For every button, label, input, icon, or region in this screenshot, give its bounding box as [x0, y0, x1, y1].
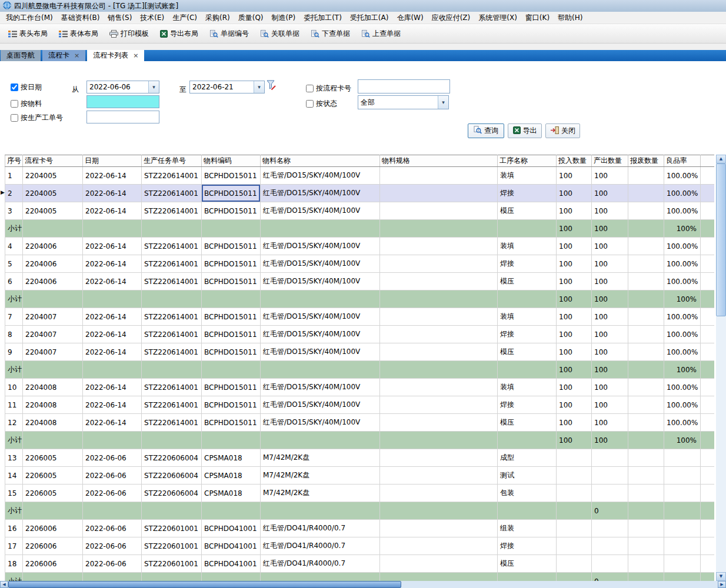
cell [628, 167, 664, 185]
doc-number-button[interactable]: 单据编号 [204, 25, 254, 42]
filter-by-cardno[interactable]: 按流程卡号 [306, 83, 351, 93]
menu-item[interactable]: 受托加工(A) [346, 12, 393, 24]
cell: 焊接 [498, 255, 557, 273]
header-layout-button[interactable]: 表头布局 [3, 25, 53, 42]
cardno-input[interactable] [358, 79, 450, 93]
cell [557, 449, 592, 467]
table-row[interactable]: 1522060052022-06-06STZ220606004CPSMA018M… [5, 485, 715, 502]
subtotal-row[interactable]: 小计100100100% [5, 220, 715, 238]
body-layout-button[interactable]: 表体布局 [54, 25, 104, 42]
table-row[interactable]: 922040072022-06-14STZ220614001BCPHDO1501… [5, 343, 715, 361]
drill-down-doc-button[interactable]: 下查单据 [305, 25, 355, 42]
material-input[interactable] [86, 95, 159, 108]
table-row[interactable]: 422040062022-06-14STZ220614001BCPHDO1501… [5, 238, 715, 255]
cell-filler [701, 185, 715, 202]
cell [23, 502, 83, 520]
table-row[interactable]: 622040062022-06-14STZ220614001BCPHDO1501… [5, 273, 715, 290]
by-material-checkbox[interactable] [11, 100, 18, 108]
cell: 9 [5, 343, 23, 361]
scroll-right-icon[interactable]: ▶ [718, 581, 726, 588]
subtotal-row[interactable]: 小计0 [5, 573, 715, 582]
date-to-dropdown-icon[interactable]: ▾ [254, 81, 264, 93]
tab-process-card-list[interactable]: 流程卡列表× [87, 50, 144, 61]
by-cardno-checkbox[interactable] [306, 85, 314, 92]
title-bar: 四川航昱微电子科技有限公司 - [TG 汤工][测试账套] [0, 0, 726, 12]
menu-item[interactable]: 采购(R) [201, 12, 234, 24]
cell [498, 361, 557, 379]
menu-item[interactable]: 销售(S) [104, 12, 136, 24]
status-combo[interactable]: 全部 ▾ [358, 95, 449, 109]
table-row[interactable]: 222040052022-06-14STZ220614001BCPHDO1501… [5, 185, 715, 202]
table-row[interactable]: 1622060062022-06-06STZ220601001BCPHDO410… [5, 520, 715, 537]
tab-close-icon[interactable]: × [133, 52, 138, 59]
menu-item[interactable]: 系统管理(X) [474, 12, 521, 24]
cell: 2204007 [23, 308, 83, 326]
horizontal-scroll-thumb[interactable] [8, 581, 401, 588]
date-to-combo[interactable]: 2022-06-21 ▾ [189, 81, 265, 93]
menu-item[interactable]: 基础资料(B) [57, 12, 104, 24]
scroll-down-icon[interactable]: ▼ [716, 572, 726, 581]
date-from-combo[interactable]: 2022-06-06 ▾ [86, 81, 159, 93]
table-row[interactable]: 122040052022-06-14STZ220614001BCPHDO1501… [5, 167, 715, 185]
table-row[interactable]: 722040072022-06-14STZ220614001BCPHDO1501… [5, 308, 715, 326]
tab-close-icon[interactable]: × [74, 52, 79, 59]
scroll-up-icon[interactable]: ▲ [716, 155, 726, 163]
menu-item[interactable]: 生产(C) [168, 12, 201, 24]
export-button[interactable]: 导出 [508, 123, 542, 138]
cell [628, 520, 664, 537]
table-row[interactable]: 1422060052022-06-06STZ220606004CPSMA018M… [5, 467, 715, 485]
status-dropdown-icon[interactable]: ▾ [438, 96, 448, 109]
filter-by-material[interactable]: 按物料 [11, 99, 42, 109]
by-status-checkbox[interactable] [306, 100, 314, 108]
table-row[interactable]: 1322060052022-06-06STZ220606004CPSMA018M… [5, 449, 715, 467]
cell: 100 [557, 361, 592, 379]
by-workorder-checkbox[interactable] [11, 114, 18, 122]
close-button[interactable]: 关闭 [545, 123, 580, 138]
vertical-scrollbar[interactable]: ▲ ▼ [716, 155, 726, 581]
cell [380, 361, 498, 379]
query-button[interactable]: 查询 [468, 123, 504, 138]
menu-item[interactable]: 质量(Q) [234, 12, 268, 24]
by-date-checkbox[interactable] [11, 83, 18, 91]
filter-by-date[interactable]: 按日期 [11, 82, 42, 92]
menu-item[interactable]: 技术(E) [136, 12, 168, 24]
menu-item[interactable]: 应收应付(Z) [428, 12, 475, 24]
cell: 100 [592, 238, 628, 255]
table-row[interactable]: 1122040082022-06-14STZ220614001BCPHDO150… [5, 396, 715, 414]
table-row[interactable]: 1022040082022-06-14STZ220614001BCPHDO150… [5, 379, 715, 396]
menu-item[interactable]: 帮助(H) [554, 12, 587, 24]
print-template-button[interactable]: 打印模板 [104, 25, 154, 42]
scroll-left-icon[interactable]: ◀ [0, 581, 8, 588]
table-row[interactable]: 522040062022-06-14STZ220614001BCPHDO1501… [5, 255, 715, 273]
filter-icon[interactable] [266, 79, 276, 93]
subtotal-row[interactable]: 小计100100100% [5, 361, 715, 379]
cell: 红毛管/DO15/SKY/40M/100V [261, 202, 380, 220]
table-row[interactable]: 322040052022-06-14STZ220614001BCPHDO1501… [5, 202, 715, 220]
menu-item[interactable]: 我的工作台(M) [2, 12, 57, 24]
table-row[interactable]: 1722060062022-06-06STZ220601001BCPHDO410… [5, 537, 715, 555]
subtotal-row[interactable]: 小计100100100% [5, 290, 715, 308]
filter-by-status[interactable]: 按状态 [306, 99, 337, 109]
subtotal-row[interactable]: 小计0 [5, 502, 715, 520]
workorder-input[interactable] [86, 111, 159, 123]
tab-desktop-nav[interactable]: 桌面导航 [1, 50, 41, 61]
subtotal-row[interactable]: 小计100100100% [5, 432, 715, 449]
vertical-scroll-thumb[interactable] [716, 163, 726, 316]
export-layout-button[interactable]: 导出布局 [155, 25, 204, 42]
drill-up-doc-button[interactable]: 上查单据 [356, 25, 406, 42]
date-from-dropdown-icon[interactable]: ▾ [148, 81, 159, 93]
table-row[interactable]: 1222040082022-06-14STZ220614001BCPHDO150… [5, 414, 715, 432]
related-docs-button[interactable]: 关联单据 [255, 25, 305, 42]
menu-item[interactable]: 仓库(W) [392, 12, 427, 24]
horizontal-scrollbar[interactable]: ◀ ▶ [0, 581, 726, 588]
table-row[interactable]: 822040072022-06-14STZ220614001BCPHDO1501… [5, 326, 715, 343]
menu-item[interactable]: 窗口(K) [521, 12, 554, 24]
cell: 2022-06-14 [83, 379, 142, 396]
menu-item[interactable]: 委托加工(T) [299, 12, 346, 24]
menu-item[interactable]: 制造(P) [268, 12, 300, 24]
table-row[interactable]: 1822060062022-06-06STZ220601001BCPHDO410… [5, 555, 715, 573]
cell [664, 537, 701, 555]
cell: 红毛管/DO15/SKY/40M/100V [261, 255, 380, 273]
tab-process-card[interactable]: 流程卡× [42, 50, 85, 61]
filter-by-workorder[interactable]: 按生产工单号 [11, 113, 63, 123]
